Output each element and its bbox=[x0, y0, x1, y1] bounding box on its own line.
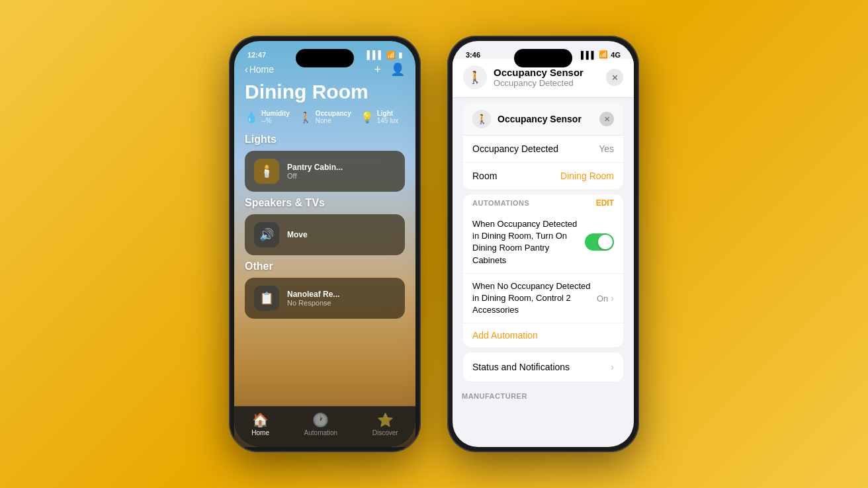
sensor-card-header: 🚶 Occupancy Sensor ✕ bbox=[463, 103, 623, 136]
nanoleaf-status: No Response bbox=[287, 299, 339, 307]
dynamic-island-2 bbox=[514, 49, 572, 67]
nanoleaf-name: Nanoleaf Re... bbox=[287, 290, 339, 299]
humidity-sensor: 💧 Humidity --% bbox=[245, 110, 290, 124]
room-value: Dining Room bbox=[560, 171, 614, 181]
time-1: 12:47 bbox=[247, 51, 266, 59]
wifi-icon-1: 📶 bbox=[386, 51, 396, 60]
lights-section-title: Lights bbox=[245, 134, 405, 145]
back-label: Home bbox=[249, 64, 274, 75]
manufacturer-label: MANUFACTURER bbox=[462, 392, 527, 400]
room-label: Room bbox=[472, 171, 497, 181]
manufacturer-section: MANUFACTURER bbox=[453, 387, 634, 403]
move-speaker-card[interactable]: 🔊 Move bbox=[245, 214, 405, 255]
add-icon[interactable]: + bbox=[374, 63, 381, 77]
nanoleaf-card[interactable]: 📋 Nanoleaf Re... No Response bbox=[245, 278, 405, 319]
speakers-section-title: Speakers & TVs bbox=[245, 197, 405, 209]
humidity-label: Humidity bbox=[261, 110, 290, 117]
back-button[interactable]: ‹ Home bbox=[245, 64, 274, 75]
light-sensor: 💡 Light 145 lux bbox=[361, 110, 398, 124]
status-notifications-chevron: › bbox=[611, 362, 614, 372]
modal-subtitle: Occupancy Detected bbox=[494, 78, 599, 88]
phone-2-content: 3:46 ▌▌▌ 📶 4G 🚶 Occupancy Sensor Occupan… bbox=[453, 41, 634, 447]
phone-1: 12:47 ▌▌▌ 📶 ▮ ‹ Home + 👤 Dining bbox=[229, 36, 421, 452]
occupancy-label: Occupancy bbox=[316, 110, 351, 117]
automations-edit-button[interactable]: EDIT bbox=[596, 198, 614, 208]
automation-onoff-2: On bbox=[597, 294, 608, 304]
pantry-icon: 🕯️ bbox=[259, 164, 274, 179]
phone-1-screen: 12:47 ▌▌▌ 📶 ▮ ‹ Home + 👤 Dining bbox=[234, 41, 415, 447]
time-2: 3:46 bbox=[466, 51, 480, 59]
humidity-icon: 💧 bbox=[245, 111, 258, 124]
pantry-icon-bg: 🕯️ bbox=[254, 159, 279, 184]
speakers-section: Speakers & TVs 🔊 Move bbox=[234, 197, 415, 255]
light-label: Light bbox=[377, 110, 398, 117]
person-icon[interactable]: 👤 bbox=[390, 62, 405, 77]
battery-label-2: 4G bbox=[611, 51, 621, 59]
status-icons-1: ▌▌▌ 📶 ▮ bbox=[367, 50, 402, 60]
sensor-row: 💧 Humidity --% 🚶 Occupancy None 💡 bbox=[234, 110, 415, 134]
home-tab-label: Home bbox=[251, 429, 269, 436]
other-section: Other 📋 Nanoleaf Re... No Response bbox=[234, 261, 415, 319]
discover-tab-label: Discover bbox=[372, 429, 398, 436]
modal-title: Occupancy Sensor bbox=[494, 67, 599, 78]
speaker-info: Move bbox=[287, 230, 308, 239]
tab-home[interactable]: 🏠 Home bbox=[251, 412, 269, 436]
occupancy-detected-row: Occupancy Detected Yes bbox=[463, 136, 623, 163]
speaker-name: Move bbox=[287, 230, 308, 239]
sensor-detail-card: 🚶 Occupancy Sensor ✕ Occupancy Detected … bbox=[463, 103, 623, 189]
automation-text-1: When Occupancy Detected in Dining Room, … bbox=[472, 218, 585, 266]
sensor-card-close[interactable]: ✕ bbox=[599, 112, 614, 126]
sensor-card-title: Occupancy Sensor bbox=[498, 114, 593, 124]
humidity-value: --% bbox=[261, 117, 290, 124]
wifi-icon-2: 📶 bbox=[599, 50, 608, 59]
occupancy-detected-value: Yes bbox=[599, 143, 614, 154]
modal-header-icon: 🚶 bbox=[463, 65, 487, 89]
automation-toggle-1[interactable] bbox=[585, 233, 614, 251]
signal-icon-2: ▌▌▌ bbox=[581, 51, 596, 59]
status-notifications-card[interactable]: Status and Notifications › bbox=[463, 352, 623, 382]
automation-chevron-2: › bbox=[611, 293, 614, 304]
tab-discover[interactable]: ⭐ Discover bbox=[372, 412, 398, 436]
occupancy-detected-label: Occupancy Detected bbox=[472, 143, 558, 154]
pantry-cabinet-card[interactable]: 🕯️ Pantry Cabin... Off bbox=[245, 151, 405, 192]
pantry-name: Pantry Cabin... bbox=[287, 163, 343, 172]
modal-close-button[interactable]: ✕ bbox=[606, 69, 623, 86]
nanoleaf-icon-bg: 📋 bbox=[254, 286, 279, 311]
nanoleaf-icon: 📋 bbox=[259, 291, 274, 305]
home-tab-icon: 🏠 bbox=[252, 412, 269, 428]
pantry-status: Off bbox=[287, 172, 343, 180]
other-section-title: Other bbox=[245, 261, 405, 272]
tab-bar: 🏠 Home 🕐 Automation ⭐ Discover bbox=[234, 406, 415, 447]
automation-text-2: When No Occupancy Detected in Dining Roo… bbox=[472, 280, 597, 317]
occupancy-value: None bbox=[316, 117, 351, 124]
occupancy-icon: 🚶 bbox=[299, 111, 312, 124]
speaker-icon-bg: 🔊 bbox=[254, 222, 279, 247]
automations-card: AUTOMATIONS EDIT When Occupancy Detected… bbox=[463, 194, 623, 347]
phone-2: 3:46 ▌▌▌ 📶 4G 🚶 Occupancy Sensor Occupan… bbox=[447, 36, 639, 452]
tab-automation[interactable]: 🕐 Automation bbox=[304, 412, 338, 436]
automation-tab-label: Automation bbox=[304, 429, 338, 436]
status-icons-2: ▌▌▌ 📶 4G bbox=[581, 50, 621, 59]
room-row: Room Dining Room bbox=[463, 163, 623, 189]
speaker-icon: 🔊 bbox=[259, 227, 274, 242]
battery-icon-1: ▮ bbox=[398, 51, 402, 60]
add-automation-button[interactable]: Add Automation bbox=[463, 323, 623, 347]
automation-row-2: When No Occupancy Detected in Dining Roo… bbox=[463, 274, 623, 324]
automations-label: AUTOMATIONS bbox=[472, 199, 529, 207]
automation-row-1: When Occupancy Detected in Dining Room, … bbox=[463, 212, 623, 274]
pantry-info: Pantry Cabin... Off bbox=[287, 163, 343, 180]
nanoleaf-info: Nanoleaf Re... No Response bbox=[287, 290, 339, 307]
modal-header-text: Occupancy Sensor Occupancy Detected bbox=[494, 67, 599, 88]
phone-2-screen: 3:46 ▌▌▌ 📶 4G 🚶 Occupancy Sensor Occupan… bbox=[453, 41, 634, 447]
signal-icon-1: ▌▌▌ bbox=[367, 50, 384, 60]
room-title: Dining Room bbox=[234, 81, 415, 110]
light-icon: 💡 bbox=[361, 111, 374, 124]
light-value: 145 lux bbox=[377, 117, 398, 124]
automations-section-header: AUTOMATIONS EDIT bbox=[463, 194, 623, 212]
occupancy-sensor: 🚶 Occupancy None bbox=[299, 110, 351, 124]
lights-section: Lights 🕯️ Pantry Cabin... Off bbox=[234, 134, 415, 192]
status-notifications-label: Status and Notifications bbox=[472, 362, 570, 372]
dynamic-island-1 bbox=[296, 49, 354, 67]
automation-tab-icon: 🕐 bbox=[312, 412, 329, 428]
nav-icons: + 👤 bbox=[374, 62, 405, 77]
